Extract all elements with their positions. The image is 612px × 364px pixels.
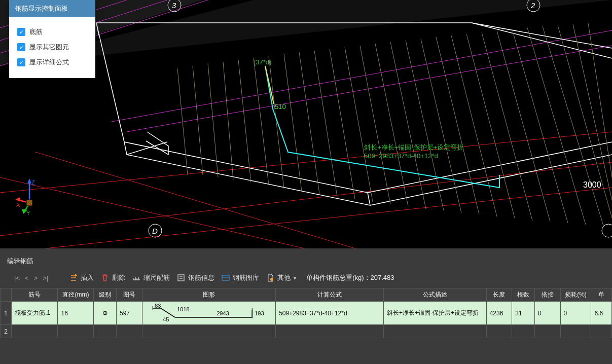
cell-shape: 83 45 1018 2943 193	[142, 302, 275, 325]
check-icon: ✓	[17, 28, 25, 36]
delete-button[interactable]: 删除	[101, 273, 125, 282]
svg-point-49	[602, 224, 612, 237]
svg-line-14	[177, 68, 188, 175]
checkbox-label: 显示其它图元	[29, 43, 69, 52]
section-title: 编辑钢筋	[0, 253, 612, 268]
delete-icon	[101, 274, 109, 282]
svg-line-37	[527, 28, 586, 225]
cell-tuhao: 597	[117, 302, 142, 325]
axis-gizmo[interactable]: Z X Y	[14, 177, 45, 208]
nav-next[interactable]: >	[34, 274, 38, 282]
table-row-empty[interactable]: 2	[1, 325, 612, 338]
svg-text:193: 193	[255, 310, 264, 316]
ruler-icon	[132, 274, 140, 282]
viewport-dim-right: 3000	[583, 180, 601, 189]
bar-shape-diagram: 83 45 1018 2943 193	[146, 303, 272, 323]
svg-text:2: 2	[530, 1, 535, 10]
svg-rect-59	[26, 200, 32, 206]
svg-line-24	[330, 49, 355, 199]
nav-prev[interactable]: <	[25, 274, 29, 282]
viewport-annot-formula2: 509+2983+37*d-40+12*d	[364, 152, 438, 160]
row-number: 1	[1, 302, 12, 325]
svg-line-39	[558, 25, 612, 218]
viewport-annot-formula1: 斜长+净长+锚固-保护层+设定弯折	[364, 143, 463, 151]
svg-marker-51	[27, 178, 31, 184]
svg-line-34	[482, 32, 532, 221]
cell-formula: 509+2983+37*d-40+12*d	[276, 302, 384, 325]
edit-toolbar: |< < > >| 插入 删除 缩尺配筋 钢筋信息	[0, 268, 612, 288]
svg-line-12	[127, 46, 612, 132]
cell-name: 筏板受力筋.1	[12, 302, 58, 325]
checkbox-bottom-bar[interactable]: ✓ 底筋	[17, 24, 87, 40]
svg-text:83: 83	[155, 303, 161, 309]
svg-rect-63	[222, 275, 229, 280]
chevron-down-icon: ▾	[294, 275, 296, 281]
svg-line-30	[421, 39, 461, 213]
svg-text:3: 3	[172, 1, 176, 10]
svg-text:D: D	[152, 227, 158, 235]
cell-last: 6.6	[591, 302, 612, 325]
svg-line-42	[265, 66, 274, 104]
scale-button[interactable]: 缩尺配筋	[132, 273, 170, 282]
svg-line-19	[254, 58, 269, 185]
svg-line-15	[193, 66, 203, 175]
insert-icon	[69, 274, 78, 282]
svg-line-27	[375, 44, 408, 206]
page-icon	[266, 274, 274, 282]
svg-line-20	[269, 56, 284, 189]
svg-line-26	[360, 46, 390, 204]
svg-line-2	[0, 132, 612, 193]
cell-count: 31	[512, 302, 535, 325]
total-weight: 单构件钢筋总重(kg)：207.483	[306, 273, 394, 282]
viewport-annot-top: (37*d)	[254, 58, 271, 66]
checkbox-show-others[interactable]: ✓ 显示其它图元	[17, 40, 87, 55]
cell-overlap: 0	[534, 302, 560, 325]
cell-length: 4236	[486, 302, 512, 325]
check-icon: ✓	[17, 58, 25, 66]
check-icon: ✓	[17, 43, 25, 51]
svg-line-38	[543, 26, 603, 226]
svg-marker-54	[15, 197, 20, 202]
svg-text:Y: Y	[26, 210, 30, 215]
cell-diameter: 16	[58, 302, 94, 325]
panel-title: 钢筋显示控制面板	[9, 0, 95, 17]
svg-rect-62	[178, 275, 184, 281]
svg-line-21	[284, 54, 302, 191]
library-button[interactable]: 钢筋图库	[222, 273, 259, 282]
svg-line-18	[238, 60, 251, 183]
nav-last[interactable]: >|	[43, 274, 48, 282]
rebar-table[interactable]: 筋号 直径(mm) 级别 图号 图形 计算公式 公式描述 长度 根数 搭接 损耗…	[0, 288, 612, 364]
svg-text:X: X	[16, 202, 20, 208]
nav-arrows: |< < > >|	[14, 274, 48, 282]
svg-text:1018: 1018	[177, 306, 189, 312]
svg-text:2943: 2943	[217, 310, 229, 316]
svg-line-31	[436, 37, 479, 214]
info-icon	[177, 274, 185, 282]
svg-line-35	[497, 31, 550, 222]
cell-desc: 斜长+净长+锚固-保护层+设定弯折	[383, 302, 486, 325]
other-button[interactable]: 其他 ▾	[266, 273, 296, 282]
svg-line-6	[35, 152, 355, 248]
table-row[interactable]: 1 筏板受力筋.1 16 Φ 597 83 45 1018 2943	[1, 302, 612, 325]
rebar-display-panel: 钢筋显示控制面板 ✓ 底筋 ✓ 显示其它图元 ✓ 显示详细公式	[9, 0, 95, 78]
checkbox-label: 底筋	[29, 27, 43, 37]
viewport-annot-dim: 510	[275, 103, 286, 111]
svg-text:45: 45	[163, 316, 169, 322]
info-button[interactable]: 钢筋信息	[177, 273, 214, 282]
svg-line-22	[299, 52, 319, 194]
svg-line-5	[0, 177, 304, 248]
horizontal-splitter[interactable]	[0, 248, 612, 253]
svg-point-64	[270, 278, 273, 281]
library-icon	[222, 274, 230, 282]
svg-line-25	[345, 47, 373, 202]
checkbox-label: 显示详细公式	[29, 58, 69, 67]
checkbox-show-formula[interactable]: ✓ 显示详细公式	[17, 55, 87, 70]
insert-button[interactable]: 插入	[69, 273, 94, 282]
cell-loss: 0	[560, 302, 591, 325]
svg-text:Z: Z	[31, 179, 35, 186]
svg-line-17	[223, 62, 233, 180]
nav-first[interactable]: |<	[14, 274, 20, 282]
cell-grade: Φ	[94, 302, 117, 325]
table-header-row: 筋号 直径(mm) 级别 图号 图形 计算公式 公式描述 长度 根数 搭接 损耗…	[1, 288, 612, 302]
